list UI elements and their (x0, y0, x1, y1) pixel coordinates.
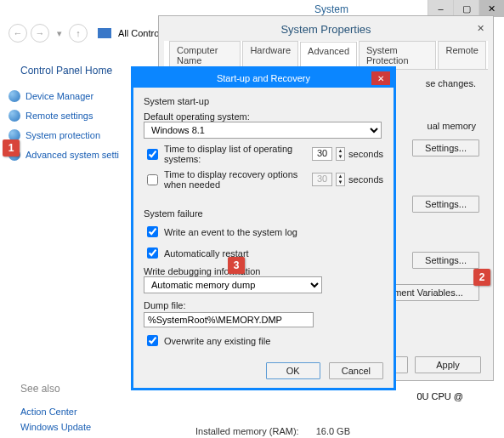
minimize-button[interactable]: – (428, 0, 453, 17)
seconds-label: seconds (348, 149, 383, 159)
tab-remote[interactable]: Remote (438, 41, 486, 69)
sysprop-tabs: Computer Name Hardware Advanced System P… (164, 41, 488, 70)
settings-button-3[interactable]: Settings... (412, 252, 479, 269)
callout-2: 2 (473, 269, 490, 286)
startup-cancel-button[interactable]: Cancel (329, 362, 383, 379)
address-icon (98, 28, 111, 38)
forward-button[interactable]: → (31, 24, 49, 43)
startup-title-text: Start-up and Recovery (217, 73, 310, 83)
system-startup-heading: System start-up (144, 96, 383, 106)
time-list-checkbox[interactable] (147, 149, 158, 160)
auto-restart-checkbox[interactable] (147, 247, 158, 259)
breadcrumb[interactable]: All Contro (118, 28, 159, 38)
time-list-label: Time to display list of operating system… (164, 144, 309, 164)
cpu-text: 0U CPU @ (416, 391, 463, 401)
tab-system-protection[interactable]: System Protection (359, 41, 436, 69)
shield-icon (8, 110, 20, 122)
time-recovery-value: 30 (312, 173, 332, 186)
time-recovery-label: Time to display recovery options when ne… (164, 169, 309, 190)
spinner-icon[interactable]: ▲▼ (336, 147, 345, 161)
time-recovery-checkbox[interactable] (147, 174, 158, 185)
tab-hardware[interactable]: Hardware (242, 41, 298, 69)
sysprop-title: System Properties (159, 16, 493, 41)
close-button[interactable]: ✕ (479, 0, 504, 17)
system-failure-heading: System failure (144, 208, 383, 219)
up-button[interactable]: ↑ (69, 24, 88, 43)
time-list-value[interactable]: 30 (312, 147, 332, 161)
see-also-heading: See also (20, 383, 60, 395)
seconds-label: seconds (348, 174, 383, 185)
installed-memory-label: Installed memory (RAM): (195, 426, 299, 436)
remote-settings-link[interactable]: Remote settings (25, 111, 93, 121)
shield-icon (8, 90, 20, 102)
nav-row: ← → ▾ ↑ All Contro (8, 24, 159, 43)
system-protection-link[interactable]: System protection (25, 130, 100, 140)
overwrite-checkbox[interactable] (147, 335, 158, 346)
control-panel-home-link[interactable]: Control Panel Home (20, 65, 112, 77)
startup-ok-button[interactable]: OK (266, 362, 320, 379)
callout-3: 3 (228, 257, 245, 274)
overwrite-label: Overwrite any existing file (164, 336, 270, 346)
write-debug-label: Write debugging information (144, 266, 383, 276)
startup-and-recovery-dialog: Start-up and Recovery ✕ System start-up … (131, 66, 396, 390)
sysprop-apply-button[interactable]: Apply (415, 356, 481, 373)
startup-dialog-title: Start-up and Recovery ✕ (133, 69, 394, 88)
default-os-select[interactable]: Windows 8.1 (144, 122, 382, 139)
debug-info-select[interactable]: Automatic memory dump (144, 276, 322, 293)
action-center-link[interactable]: Action Center (20, 407, 91, 417)
callout-1: 1 (3, 139, 20, 156)
system-window-controls: – ▢ ✕ (428, 0, 504, 17)
back-button[interactable]: ← (8, 24, 27, 43)
advanced-system-settings-link[interactable]: Advanced system setti (25, 150, 119, 160)
close-icon[interactable]: ✕ (477, 23, 484, 34)
write-event-checkbox[interactable] (147, 226, 158, 237)
device-manager-link[interactable]: Device Manager (25, 91, 93, 101)
dump-file-label: Dump file: (144, 300, 383, 310)
settings-button-1[interactable]: Settings... (412, 139, 479, 156)
settings-button-2[interactable]: Settings... (412, 196, 479, 213)
control-panel-links: Device Manager Remote settings System pr… (8, 90, 119, 168)
windows-update-link[interactable]: Windows Update (20, 422, 91, 432)
spinner-icon: ▲▼ (336, 173, 345, 186)
dump-file-input[interactable] (144, 312, 314, 327)
default-os-label: Default operating system: (144, 111, 383, 122)
installed-memory-value: 16.0 GB (316, 426, 350, 436)
history-dropdown-icon[interactable]: ▾ (53, 28, 65, 39)
write-event-label: Write an event to the system log (164, 227, 297, 237)
tab-computer-name[interactable]: Computer Name (169, 41, 241, 69)
startup-close-button[interactable]: ✕ (371, 71, 390, 85)
maximize-button[interactable]: ▢ (453, 0, 479, 17)
see-also-links: Action Center Windows Update (20, 401, 91, 432)
installed-memory-row: Installed memory (RAM): 16.0 GB (195, 426, 350, 436)
